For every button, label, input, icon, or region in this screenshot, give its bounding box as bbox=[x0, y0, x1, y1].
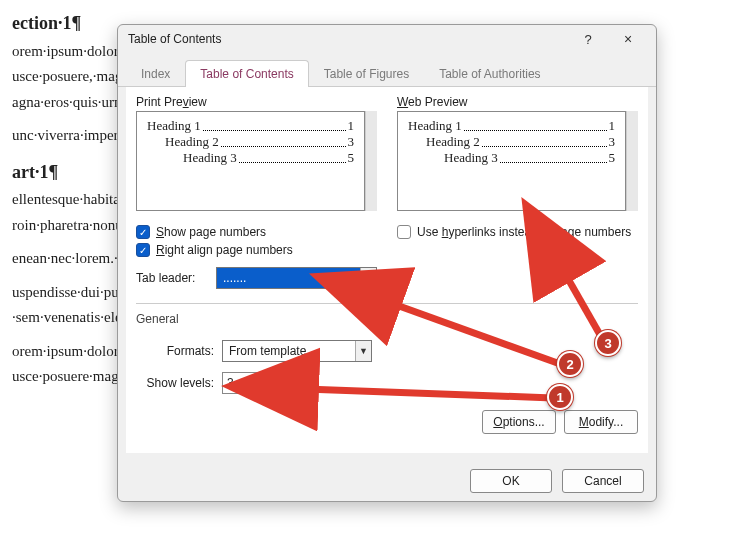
divider bbox=[136, 303, 638, 304]
preview-row-label: Heading 3 bbox=[183, 150, 237, 166]
checkbox-label: Show page numbers bbox=[156, 225, 266, 239]
preview-row-page: 5 bbox=[348, 150, 355, 166]
options-button[interactable]: Options... bbox=[482, 410, 556, 434]
close-icon: × bbox=[624, 31, 632, 47]
preview-row-label: Heading 1 bbox=[147, 118, 201, 134]
show-levels-label: Show levels: bbox=[136, 376, 214, 390]
checkbox-label: Use hyperlinks instead of page numbers bbox=[417, 225, 631, 239]
checkbox-icon bbox=[397, 225, 411, 239]
dialog-title: Table of Contents bbox=[128, 32, 568, 46]
preview-scrollbar[interactable] bbox=[365, 111, 377, 211]
preview-row: Heading 11 bbox=[147, 118, 354, 134]
chevron-down-icon: ▼ bbox=[360, 268, 376, 288]
help-icon: ? bbox=[584, 32, 591, 47]
preview-row-label: Heading 2 bbox=[426, 134, 480, 150]
print-preview-label: Print Preview bbox=[136, 95, 377, 109]
button-label: Cancel bbox=[584, 474, 621, 488]
right-align-checkbox[interactable]: ✓Right align page numbers bbox=[136, 243, 377, 257]
preview-row-label: Heading 2 bbox=[165, 134, 219, 150]
preview-row-page: 1 bbox=[348, 118, 355, 134]
tab-leader-label: Tab leader: bbox=[136, 271, 208, 285]
button-label: Options... bbox=[493, 415, 544, 429]
preview-row: Heading 11 bbox=[408, 118, 615, 134]
tab-authorities[interactable]: Table of Authorities bbox=[424, 60, 555, 87]
preview-row-page: 5 bbox=[609, 150, 616, 166]
preview-row: Heading 35 bbox=[408, 150, 615, 166]
web-preview-label: Web Preview bbox=[397, 95, 638, 109]
formats-select[interactable]: From template ▼ bbox=[222, 340, 372, 362]
use-hyperlinks-checkbox[interactable]: Use hyperlinks instead of page numbers bbox=[397, 225, 638, 239]
help-button[interactable]: ? bbox=[568, 28, 608, 50]
preview-scrollbar[interactable] bbox=[626, 111, 638, 211]
checkbox-label: Right align page numbers bbox=[156, 243, 293, 257]
dialog-footer: OK Cancel bbox=[118, 461, 656, 501]
print-preview-box: Heading 11 Heading 23 Heading 35 bbox=[136, 111, 365, 211]
preview-row-page: 1 bbox=[609, 118, 616, 134]
tab-index[interactable]: Index bbox=[126, 60, 185, 87]
preview-row: Heading 35 bbox=[147, 150, 354, 166]
close-button[interactable]: × bbox=[608, 28, 648, 50]
button-label: OK bbox=[502, 474, 519, 488]
toc-dialog: Table of Contents ? × Index Table of Con… bbox=[117, 24, 657, 502]
ok-button[interactable]: OK bbox=[470, 469, 552, 493]
num-value: 3 bbox=[223, 373, 267, 393]
modify-button[interactable]: Modify... bbox=[564, 410, 638, 434]
tab-strip: Index Table of Contents Table of Figures… bbox=[118, 59, 656, 87]
tab-label: Table of Authorities bbox=[439, 67, 540, 81]
cancel-button[interactable]: Cancel bbox=[562, 469, 644, 493]
spinner-buttons[interactable]: ▲▼ bbox=[267, 373, 281, 393]
checkbox-icon: ✓ bbox=[136, 225, 150, 239]
preview-row-label: Heading 1 bbox=[408, 118, 462, 134]
preview-row-page: 3 bbox=[348, 134, 355, 150]
preview-row: Heading 23 bbox=[147, 134, 354, 150]
show-levels-input[interactable]: 3 ▲▼ bbox=[222, 372, 282, 394]
general-label: General bbox=[136, 312, 638, 326]
tab-figures[interactable]: Table of Figures bbox=[309, 60, 424, 87]
preview-row: Heading 23 bbox=[408, 134, 615, 150]
tab-label: Index bbox=[141, 67, 170, 81]
tab-label: Table of Contents bbox=[200, 67, 293, 81]
titlebar: Table of Contents ? × bbox=[118, 25, 656, 53]
tab-label: Table of Figures bbox=[324, 67, 409, 81]
show-page-numbers-checkbox[interactable]: ✓Show page numbers bbox=[136, 225, 377, 239]
preview-row-label: Heading 3 bbox=[444, 150, 498, 166]
select-value: From template bbox=[223, 344, 355, 358]
spin-down-icon: ▼ bbox=[268, 384, 281, 394]
tab-toc[interactable]: Table of Contents bbox=[185, 60, 308, 87]
checkbox-icon: ✓ bbox=[136, 243, 150, 257]
button-label: Modify... bbox=[579, 415, 623, 429]
chevron-down-icon: ▼ bbox=[355, 341, 371, 361]
tab-leader-select[interactable]: ....... ▼ bbox=[216, 267, 377, 289]
formats-label: Formats: bbox=[136, 344, 214, 358]
spin-up-icon: ▲ bbox=[268, 373, 281, 384]
select-value: ....... bbox=[217, 271, 360, 285]
web-preview-box: Heading 11 Heading 23 Heading 35 bbox=[397, 111, 626, 211]
dialog-body: Print Preview Heading 11 Heading 23 Head… bbox=[126, 87, 648, 453]
preview-row-page: 3 bbox=[609, 134, 616, 150]
